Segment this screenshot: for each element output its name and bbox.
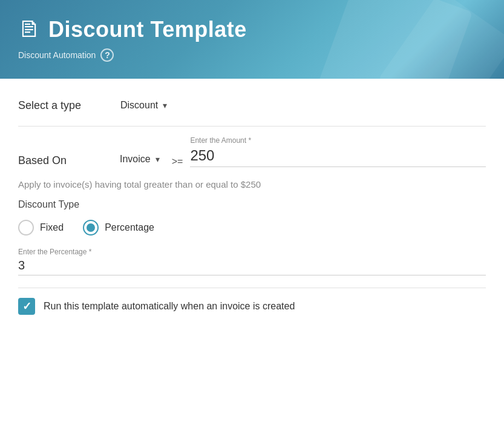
select-type-label: Select a type [18, 99, 115, 112]
auto-run-checkbox[interactable]: ✓ [18, 298, 35, 315]
main-card: 🖹 Discount Template Discount Automation … [0, 0, 504, 425]
percentage-input[interactable] [18, 259, 486, 272]
description-text: Apply to invoice(s) having total greater… [18, 179, 486, 189]
operator-text: >= [172, 156, 183, 167]
help-icon-button[interactable]: ? [100, 48, 114, 62]
percentage-group: Enter the Percentage * [18, 248, 486, 275]
divider-1 [18, 126, 486, 127]
subtitle-text: Discount Automation [18, 50, 96, 60]
type-select-dropdown[interactable]: Discount ▾ [115, 97, 172, 114]
amount-group: Enter the Amount * [190, 136, 486, 167]
percentage-label: Enter the Percentage * [18, 248, 486, 256]
radio-option-percentage[interactable]: Percentage [83, 220, 154, 236]
page-header: 🖹 Discount Template Discount Automation … [0, 0, 504, 79]
document-icon: 🖹 [18, 19, 40, 41]
radio-fixed-circle [18, 220, 34, 236]
radio-option-fixed[interactable]: Fixed [18, 220, 64, 236]
header-subtitle-row: Discount Automation ? [18, 48, 486, 62]
type-select-value: Discount [120, 100, 158, 111]
page-title: Discount Template [48, 17, 247, 42]
radio-percentage-label: Percentage [105, 222, 154, 233]
divider-2 [18, 288, 486, 288]
auto-run-checkbox-label: Run this template automatically when an … [44, 301, 295, 312]
invoice-select-dropdown[interactable]: Invoice ▾ [115, 151, 165, 167]
type-dropdown-arrow-icon: ▾ [163, 100, 167, 110]
amount-input[interactable] [190, 147, 486, 164]
auto-run-checkbox-row: ✓ Run this template automatically when a… [18, 298, 486, 315]
radio-group: Fixed Percentage [18, 220, 486, 236]
radio-percentage-circle [83, 220, 99, 236]
header-title-row: 🖹 Discount Template [18, 17, 486, 42]
amount-input-wrapper [190, 147, 486, 167]
amount-label: Enter the Amount * [190, 136, 486, 145]
based-on-label: Based On [18, 154, 115, 167]
radio-fixed-label: Fixed [40, 222, 64, 233]
select-type-row: Select a type Discount ▾ [18, 97, 486, 114]
form-content: Select a type Discount ▾ Based On Invoic… [0, 79, 504, 333]
checkmark-icon: ✓ [22, 301, 31, 312]
invoice-select-value: Invoice [120, 154, 151, 165]
based-on-row: Based On Invoice ▾ >= Enter the Amount * [18, 136, 486, 167]
invoice-dropdown-arrow-icon: ▾ [155, 154, 160, 164]
percentage-input-wrapper [18, 259, 486, 275]
discount-type-heading: Discount Type [18, 199, 486, 210]
